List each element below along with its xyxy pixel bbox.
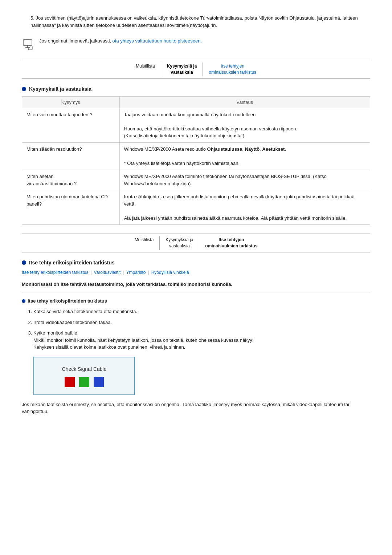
qa-a3: Windows ME/XP/2000 Aseta toiminto tietok… — [119, 170, 370, 190]
note-box: Jos ongelmat ilmenevät jatkuvasti, ota y… — [22, 37, 370, 51]
bold-note: Monitorissasi on itse tehtävä testaustoi… — [22, 281, 370, 288]
qa-q3: Miten asetanvirransäästötoiminnan ? — [22, 170, 120, 190]
qa-q2: Miten säädän resoluution? — [22, 142, 120, 170]
svg-rect-0 — [23, 40, 32, 45]
sub-bullet — [22, 299, 25, 303]
note-icon — [22, 38, 35, 51]
qa-row-4: Miten puhdistan ulomman kotelon/LCD-pane… — [22, 190, 370, 225]
self-test-bullet — [22, 260, 26, 265]
nav-item-itse-1[interactable]: Itse tehtyjenominaisuuksien tarkistus — [203, 62, 262, 76]
nav-bar-2: Muistilista Kysymyksiä javastauksia Itse… — [22, 234, 370, 252]
qa-row-2: Miten säädän resoluution? Windows ME/XP/… — [22, 142, 370, 170]
blue-square — [94, 377, 104, 387]
qa-section-heading: Kysymyksiä ja vastauksia — [22, 86, 370, 92]
nav-item-itse-2[interactable]: Itse tehtyjenominaisuuksien tarkistus — [199, 236, 263, 250]
sub-nav-link-3[interactable]: Ympäristö — [126, 270, 146, 275]
nav-item-qa-2[interactable]: Kysymyksiä javastauksia — [160, 236, 199, 250]
qa-row-3: Miten asetanvirransäästötoiminnan ? Wind… — [22, 170, 370, 190]
qa-q4: Miten puhdistan ulomman kotelon/LCD-pane… — [22, 190, 120, 225]
sub-heading-title: Itse tehty erikoispiirteiden tarkistus — [28, 298, 107, 304]
red-square — [65, 377, 75, 387]
qa-q1: Miten voin muuttaa taajuuden ? — [22, 108, 120, 142]
self-test-heading-title: Itse tehty erikoispiirteiden tarkistus — [29, 260, 115, 266]
note-text: Jos ongelmat ilmenevät jatkuvasti, ota y… — [39, 37, 202, 45]
note-link[interactable]: ota yhteys valtuutettuun huolto pisteese… — [113, 38, 202, 44]
sub-nav-link-1[interactable]: Itse tehty erikoispiirteiden tarkistus — [22, 270, 88, 275]
self-test-heading: Itse tehty erikoispiirteiden tarkistus — [22, 260, 370, 266]
signal-box-title: Check Signal Cable — [62, 366, 107, 372]
nav-bar-1: Muistilista Kysymyksiä javastauksia Itse… — [22, 60, 370, 79]
sub-nav-link-4[interactable]: Hyödyllisiä vinkkejä — [151, 270, 189, 275]
footer-note: Jos mikään laatikoista ei ilmesty, se os… — [22, 401, 370, 415]
qa-a2: Windows ME/XP/2000 Aseta resoluutio Ohja… — [119, 142, 370, 170]
qa-heading-title: Kysymyksiä ja vastauksia — [29, 86, 91, 92]
intro-section: 5. Jos sovittimen (näyttö)ajurin asennuk… — [22, 15, 370, 29]
step-2: Irrota videokaapeli tietokoneen takaa. — [33, 319, 370, 326]
sub-nav: Itse tehty erikoispiirteiden tarkistus |… — [22, 270, 370, 275]
qa-table: Kysymys Vastaus Miten voin muuttaa taaju… — [22, 96, 370, 225]
signal-box: Check Signal Cable — [33, 357, 135, 395]
steps-list: Katkaise virta sekä tietokoneesta että m… — [22, 308, 370, 351]
qa-col-answer: Vastaus — [119, 96, 370, 108]
nav-item-muistilista-2[interactable]: Muistilista — [129, 236, 160, 250]
nav-item-muistilista-1[interactable]: Muistilista — [130, 62, 161, 76]
green-square — [79, 377, 89, 387]
qa-col-question: Kysymys — [22, 96, 120, 108]
qa-a4: Irrota sähköjohto ja sen jälkeen puhdist… — [119, 190, 370, 225]
nav-item-qa-1[interactable]: Kysymyksiä javastauksia — [161, 62, 203, 76]
qa-a1: Taajuus voidaan muuttaa konfiguroimalla … — [119, 108, 370, 142]
self-test-sub-heading: Itse tehty erikoispiirteiden tarkistus — [22, 298, 370, 304]
step-1: Katkaise virta sekä tietokoneesta että m… — [33, 308, 370, 315]
step-3: Kytke monitori päälle. Mikäli monitori t… — [33, 329, 370, 351]
divider — [22, 292, 370, 292]
intro-para1: 5. Jos sovittimen (näyttö)ajurin asennuk… — [30, 15, 370, 29]
qa-bullet — [22, 87, 26, 91]
color-squares — [65, 377, 104, 387]
qa-row-1: Miten voin muuttaa taajuuden ? Taajuus v… — [22, 108, 370, 142]
sub-nav-link-2[interactable]: Varoitusviestit — [94, 270, 121, 275]
